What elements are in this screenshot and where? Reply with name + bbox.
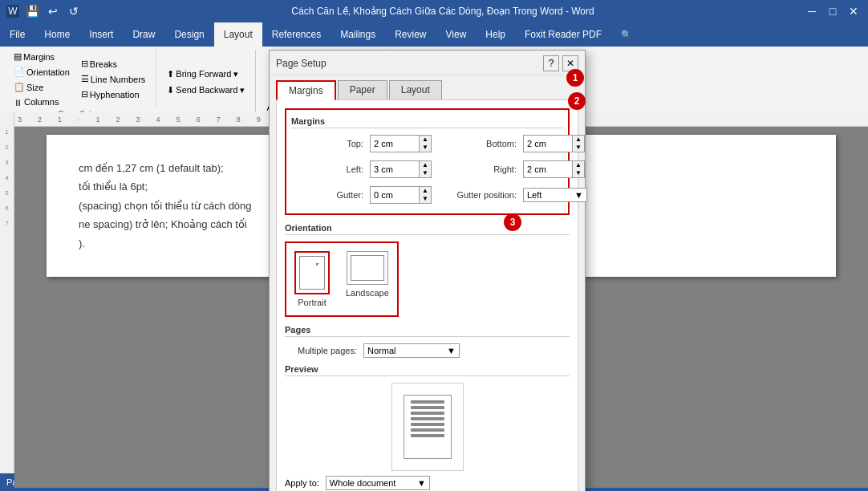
- tell-me-bar[interactable]: 🔍: [611, 22, 868, 47]
- apply-to-select[interactable]: Whole document ▼: [326, 476, 430, 490]
- margins-section: Margins Top: ▲ ▼ Botto: [285, 108, 570, 215]
- tab-view[interactable]: View: [436, 22, 477, 47]
- landscape-label: Landscape: [346, 288, 389, 298]
- portrait-option[interactable]: Portrait: [291, 248, 333, 310]
- portrait-page-icon: [299, 256, 325, 290]
- line-numbers-btn[interactable]: ☰ Line Numbers: [77, 72, 149, 86]
- gutter-pos-value: Left: [527, 190, 541, 200]
- right-spin: ▲ ▼: [572, 161, 584, 177]
- size-btn[interactable]: 📋 Size: [10, 80, 74, 94]
- left-input[interactable]: [371, 163, 419, 176]
- margins-title: Margins: [291, 115, 563, 128]
- hyphenation-btn[interactable]: ⊟ Hyphenation: [77, 87, 149, 101]
- bring-forward-btn[interactable]: ⬆ Bring Forward ▾: [163, 67, 249, 81]
- ruler-vertical: 1 2 3 4 5 6 7: [0, 112, 14, 473]
- tab-layout-dialog[interactable]: Layout: [389, 80, 442, 99]
- tab-mailings[interactable]: Mailings: [331, 22, 385, 47]
- right-spin-down[interactable]: ▼: [573, 169, 584, 177]
- bottom-input-group: ▲ ▼: [523, 135, 585, 152]
- size-icon: 📋: [14, 82, 25, 92]
- margins-label: Margins: [23, 52, 55, 62]
- tab-insert[interactable]: Insert: [79, 22, 123, 47]
- gutter-pos-label: Gutter position:: [444, 190, 517, 200]
- right-spin-up[interactable]: ▲: [573, 161, 584, 169]
- left-spin-down[interactable]: ▼: [420, 169, 431, 177]
- tab-design[interactable]: Design: [164, 22, 213, 47]
- breaks-label: Breaks: [90, 59, 117, 69]
- tab-file[interactable]: File: [0, 22, 34, 47]
- left-input-group: ▲ ▼: [370, 160, 432, 178]
- orientation-btn[interactable]: 📄 Orientation: [10, 65, 74, 79]
- right-input[interactable]: [524, 163, 572, 176]
- portrait-label: Portrait: [298, 298, 326, 307]
- step1-circle: 1: [566, 69, 584, 87]
- dialog-help-btn[interactable]: ?: [543, 55, 559, 71]
- undo-btn[interactable]: ↩: [45, 3, 61, 19]
- top-row: Top: ▲ ▼: [291, 135, 432, 152]
- tab-home[interactable]: Home: [34, 22, 79, 47]
- multiple-pages-arrow: ▼: [447, 346, 456, 355]
- tab-foxit[interactable]: Foxit Reader PDF: [515, 22, 611, 47]
- top-spin-up[interactable]: ▲: [420, 136, 431, 144]
- columns-btn[interactable]: ⫼ Columns: [10, 95, 74, 108]
- preview-section: Preview: [285, 363, 570, 471]
- multiple-pages-value: Normal: [367, 346, 395, 355]
- pages-section: Pages Multiple pages: Normal ▼: [285, 323, 570, 358]
- orientation-section: 3 Orientation Portrait: [285, 221, 570, 317]
- columns-icon: ⫼: [14, 97, 22, 107]
- gutter-input-group: ▲ ▼: [370, 186, 432, 204]
- minimize-btn[interactable]: ─: [804, 3, 820, 19]
- top-input[interactable]: [371, 137, 419, 150]
- breaks-btn[interactable]: ⊟ Breaks: [77, 57, 149, 71]
- right-input-group: ▲ ▼: [523, 160, 585, 178]
- preview-box: [391, 383, 464, 471]
- tab-layout[interactable]: Layout: [214, 22, 262, 47]
- multiple-pages-select[interactable]: Normal ▼: [363, 343, 460, 358]
- tab-margins[interactable]: Margins: [276, 80, 336, 100]
- orientation-label: Orientation: [26, 67, 70, 77]
- window-controls: ─ □ ✕: [804, 3, 862, 19]
- preview-line-4: [411, 417, 444, 420]
- tab-references[interactable]: References: [262, 22, 331, 47]
- preview-line-7: [411, 434, 444, 437]
- left-label: Left:: [291, 164, 363, 174]
- gutter-spin-up[interactable]: ▲: [420, 187, 431, 195]
- landscape-option[interactable]: Landscape: [343, 248, 392, 310]
- title-bar-left: W 💾 ↩ ↺: [6, 3, 82, 19]
- send-backward-btn[interactable]: ⬇ Send Backward ▾: [163, 83, 249, 97]
- right-row: Right: ▲ ▼: [444, 160, 587, 178]
- margins-icon: ▤: [14, 51, 22, 62]
- bottom-spin-down[interactable]: ▼: [573, 144, 584, 152]
- apply-to-arrow: ▼: [417, 478, 426, 488]
- margins-btn[interactable]: ▤ Margins: [10, 50, 74, 63]
- top-spin-down[interactable]: ▼: [420, 144, 431, 152]
- tab-paper[interactable]: Paper: [338, 80, 387, 99]
- bottom-spin-up[interactable]: ▲: [573, 136, 584, 144]
- dialog-body: 2 Margins Top: ▲ ▼: [276, 99, 578, 491]
- multiple-pages-label: Multiple pages:: [285, 346, 357, 355]
- gutter-input[interactable]: [371, 189, 419, 201]
- maximize-btn[interactable]: □: [825, 3, 841, 19]
- top-label: Top:: [291, 139, 363, 148]
- tab-draw[interactable]: Draw: [123, 22, 164, 47]
- bring-forward-icon: ⬆: [167, 69, 174, 79]
- multiple-pages-row: Multiple pages: Normal ▼: [285, 343, 570, 358]
- gutter-spin-down[interactable]: ▼: [420, 195, 431, 203]
- preview-line-2: [411, 406, 444, 409]
- redo-btn[interactable]: ↺: [66, 3, 82, 19]
- dialog-titlebar: Page Setup ? ✕: [270, 51, 585, 75]
- page-setup-dialog: Page Setup ? ✕ 1 Margins Paper Layout 2 …: [269, 50, 586, 491]
- bottom-input[interactable]: [524, 137, 572, 150]
- apply-to-value: Whole document: [330, 478, 396, 488]
- gutter-spin: ▲ ▼: [419, 187, 431, 203]
- tab-review[interactable]: Review: [385, 22, 436, 47]
- gutter-pos-select[interactable]: Left ▼: [523, 188, 587, 202]
- dialog-title: Page Setup: [276, 58, 327, 69]
- close-btn[interactable]: ✕: [846, 3, 862, 19]
- top-spin: ▲ ▼: [419, 136, 431, 152]
- tab-help[interactable]: Help: [476, 22, 515, 47]
- left-row: Left: ▲ ▼: [291, 160, 432, 178]
- left-spin-up[interactable]: ▲: [420, 161, 431, 169]
- ribbon-group-page-setup: ▤ Margins 📄 Orientation 📋 Size ⫼ Columns: [3, 48, 156, 109]
- save-btn[interactable]: 💾: [24, 3, 40, 19]
